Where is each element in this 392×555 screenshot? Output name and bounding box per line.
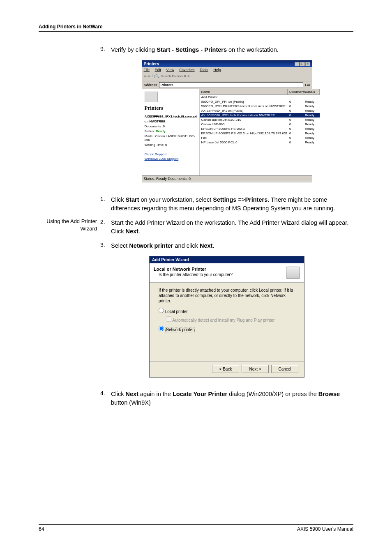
printer-icon (145, 92, 158, 102)
printer-documents: 0 (288, 127, 304, 131)
toolbar: ⇦ ⇨ ⤴ | 🔍 Search Folders ✕ ≡ (142, 73, 312, 81)
text: Start the Add Printer Wizard on the work… (111, 219, 348, 235)
text-bold: Next (200, 242, 212, 249)
printer-status: Ready (304, 100, 320, 104)
window-titlebar: Printers _□× (142, 60, 312, 67)
printer-documents: 0 (288, 113, 304, 117)
text-bold: Locate Your Printer (173, 391, 227, 397)
text: Click (111, 196, 125, 203)
wizard-heading: Local or Network Printer (154, 267, 233, 272)
radio-input[interactable] (159, 308, 164, 313)
col-name[interactable]: Name (200, 89, 288, 94)
printer-status (304, 95, 320, 99)
printer-row[interactable]: 5600PD_DPI_FRI on [Public]0Ready (200, 99, 320, 104)
address-field[interactable]: Printers (159, 82, 304, 88)
menu-help[interactable]: Help (213, 68, 221, 72)
printer-row[interactable]: EPSON LP-9000PS PS v52.30Ready (200, 127, 320, 131)
wizard-divider (150, 361, 304, 362)
radio-label: Local printer (165, 309, 188, 314)
step-text: Verify by clicking Start - Settings - Pr… (111, 46, 279, 54)
printer-documents: 0 (288, 140, 304, 144)
wizard-title: Add Printer Wizard (150, 256, 304, 263)
printer-status: Ready (304, 140, 320, 144)
add-printer-wizard-window: Add Printer Wizard Local or Network Prin… (149, 256, 304, 378)
close-icon[interactable]: × (305, 62, 310, 66)
col-documents[interactable]: Documents (288, 89, 304, 94)
text: Click (111, 391, 125, 397)
text-bold: Settings (213, 196, 236, 203)
status-value: Ready (156, 129, 166, 133)
printer-status: Ready (304, 136, 320, 140)
printer-row[interactable]: Canon LBP-8600Ready (200, 122, 320, 127)
selected-printer-name-1: AXIS5FF686_IPX1.tech.tlt.com.axi (145, 115, 197, 118)
list-header: Name Documents Status (200, 89, 320, 95)
text-bold: Next (125, 391, 138, 397)
go-button[interactable]: Go (305, 83, 310, 87)
statusbar: Status: Ready Documents: 0 (142, 175, 312, 182)
printer-row[interactable]: Add Printer (200, 95, 320, 99)
printer-row[interactable]: Fax0Ready (200, 136, 320, 140)
printer-documents: 0 (288, 100, 304, 104)
menu-edit[interactable]: Edit (155, 68, 161, 72)
link-canon-support[interactable]: Canon Support (145, 152, 197, 156)
printers-list-pane: Name Documents Status Add Printer5600PD_… (200, 89, 320, 175)
text: Select (111, 242, 129, 249)
col-status[interactable]: Status (304, 89, 320, 94)
link-windows-support[interactable]: Windows 2000 Support (145, 157, 197, 161)
printer-status: Ready (304, 131, 320, 135)
text: on the workstation. (227, 46, 279, 53)
radio-input[interactable] (159, 326, 164, 331)
printers-window: Printers _□× File Edit View Favorites To… (142, 60, 312, 183)
printer-documents: 0 (288, 136, 304, 140)
printer-name: Add Printer (200, 95, 288, 99)
step-9: 9. Verify by clicking Start - Settings -… (100, 46, 353, 54)
cancel-button[interactable]: Cancel (271, 365, 298, 373)
text: on your workstation, select (139, 196, 213, 203)
back-button[interactable]: < Back (212, 365, 239, 373)
page-number: 64 (39, 526, 44, 532)
printer-row[interactable]: Canon Bubble-Jet BJC-2100Ready (200, 117, 320, 122)
text-bold: Next (125, 228, 138, 235)
menu-favorites[interactable]: Favorites (179, 68, 194, 72)
checkbox-input (166, 316, 171, 322)
radio-network-printer[interactable]: Network printer (159, 326, 295, 332)
step-number: 2. (100, 219, 111, 225)
next-button[interactable]: Next > (242, 365, 269, 373)
printer-row[interactable]: AXIS5FF66A_IP1 on [Public]0Ready (200, 108, 320, 113)
menu-file[interactable]: File (144, 68, 150, 72)
text-bold: Printers (245, 196, 267, 203)
waiting-label: Waiting Time: 0 (145, 143, 197, 147)
radio-local-printer[interactable]: Local printer (159, 308, 295, 314)
printer-documents: 0 (288, 131, 304, 135)
printer-status: Ready (304, 109, 320, 113)
printer-row[interactable]: HP LaserJet 5000 PCL 60Ready (200, 140, 320, 145)
text-bold: Start - Settings - Printers (157, 46, 227, 53)
menu-tools[interactable]: Tools (200, 68, 208, 72)
minimize-icon[interactable]: _ (295, 62, 300, 66)
wizard-header: Local or Network Printer Is the printer … (150, 263, 304, 283)
step-1: 1. Click Start on your workstation, sele… (100, 196, 353, 213)
printer-icon (286, 267, 300, 279)
maximize-icon[interactable]: □ (300, 62, 305, 66)
printer-name: Canon Bubble-Jet BJC-210 (200, 118, 288, 122)
printer-status: Ready (304, 118, 320, 122)
printer-documents (288, 95, 304, 99)
step-2: 2. Start the Add Printer Wizard on the w… (100, 219, 353, 236)
printer-row[interactable]: 5600PD_IPX1.PRINTERS.tech.tlt.com.axis o… (200, 104, 320, 108)
step-3: 3. Select Network printer and click Next… (100, 242, 353, 250)
checkbox-auto-detect: Automatically detect and install my Plug… (166, 316, 295, 322)
printer-name: EPSON LP-9000PS PS v52.3 on http://192.1… (200, 131, 288, 135)
step-number: 3. (100, 242, 111, 248)
step-text: Click Start on your workstation, select … (111, 196, 353, 213)
step-4: 4. Click Next again in the Locate Your P… (100, 390, 353, 407)
printer-status: Ready (304, 113, 320, 117)
printer-row[interactable]: EPSON LP-9000PS PS v52.3 on http://192.1… (200, 131, 320, 136)
printer-name: HP LaserJet 5000 PCL 6 (200, 140, 288, 144)
printer-row[interactable]: AXIS5FF686_IPX1.tech.tlt.com.axis on NW5… (200, 113, 320, 117)
divider-bottom (39, 524, 353, 525)
step-number: 4. (100, 390, 111, 396)
printer-status: Ready (304, 104, 320, 108)
step-number: 1. (100, 196, 111, 202)
menu-view[interactable]: View (166, 68, 174, 72)
selected-printer-name-2: on NW5TREE (145, 120, 197, 123)
